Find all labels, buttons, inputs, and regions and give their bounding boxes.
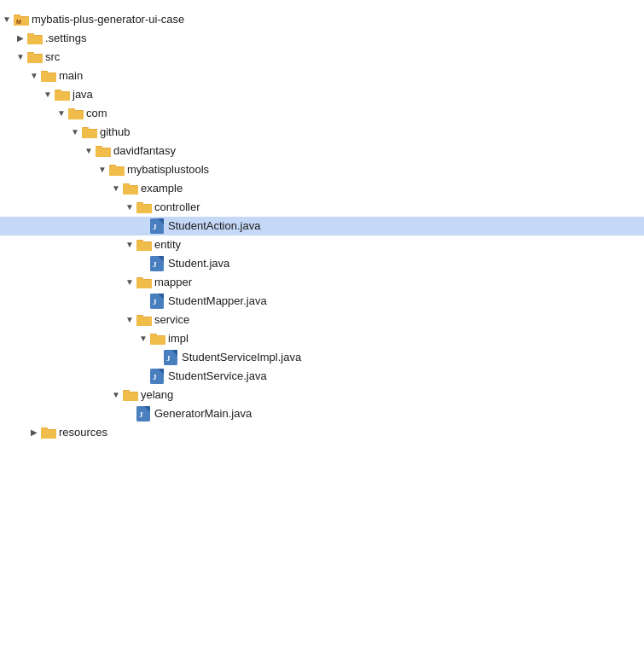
node-label: java	[73, 86, 93, 103]
folder-item[interactable]: entity	[0, 235, 644, 254]
svg-rect-36	[109, 166, 116, 169]
folder-icon	[136, 312, 152, 328]
expand-arrow[interactable]	[109, 387, 123, 404]
java-file-icon: J	[136, 406, 152, 422]
folder-icon	[136, 200, 152, 215]
tree-children: .settings src main java com github	[0, 29, 644, 442]
expand-arrow[interactable]	[82, 142, 96, 160]
folder-item[interactable]: M mybatis-plus-generator-ui-case	[0, 10, 644, 29]
expand-arrow[interactable]	[27, 424, 41, 441]
node-label: .settings	[45, 30, 86, 47]
file-item[interactable]: J StudentServiceImpl.java	[0, 348, 644, 367]
folder-item[interactable]: github	[0, 123, 644, 142]
java-file-icon: J	[150, 218, 165, 234]
expand-arrow[interactable]	[55, 105, 68, 122]
expand-arrow[interactable]	[123, 236, 136, 253]
folder-icon	[136, 275, 152, 290]
expand-arrow[interactable]	[123, 311, 136, 328]
java-file-icon: J	[150, 294, 164, 309]
svg-rect-68	[136, 316, 143, 319]
tree-node: example controller J StudentAction.java …	[0, 179, 644, 386]
folder-item[interactable]: example	[0, 179, 644, 198]
folder-icon	[109, 162, 125, 177]
node-label: impl	[168, 330, 189, 347]
tree-node: impl J StudentServiceImpl.java	[0, 329, 644, 367]
folder-item[interactable]: yelang	[0, 386, 644, 404]
tree-node: J GeneratorMain.java	[0, 404, 644, 423]
tree-children: J StudentMapper.java	[0, 292, 644, 311]
file-item[interactable]: J GeneratorMain.java	[0, 404, 644, 423]
folder-icon	[136, 237, 152, 253]
node-label: GeneratorMain.java	[154, 405, 252, 422]
expand-arrow[interactable]	[68, 124, 82, 141]
folder-item[interactable]: impl	[0, 329, 644, 348]
svg-text:J: J	[139, 410, 143, 419]
folder-item[interactable]: .settings	[0, 29, 644, 48]
tree-children: J GeneratorMain.java	[0, 404, 644, 423]
svg-text:J: J	[153, 298, 157, 306]
folder-item[interactable]: mapper	[0, 273, 644, 292]
svg-text:J: J	[153, 373, 157, 381]
svg-rect-32	[96, 147, 102, 150]
folder-icon	[41, 68, 56, 84]
expand-arrow[interactable]	[109, 180, 123, 197]
tree-node: .settings	[0, 29, 644, 48]
node-label: mybatisplustools	[127, 161, 209, 178]
svg-rect-40	[123, 184, 130, 188]
file-item[interactable]: J StudentAction.java	[0, 217, 644, 235]
tree-children: controller J StudentAction.java entity J…	[0, 198, 644, 386]
node-label: service	[154, 311, 189, 328]
tree-node: entity J Student.java	[0, 235, 644, 273]
svg-rect-16	[41, 72, 48, 75]
expand-arrow[interactable]	[136, 330, 150, 347]
folder-icon	[41, 425, 56, 440]
node-label: mapper	[154, 274, 192, 291]
tree-node: com github davidfantasy mybatisplustools…	[0, 104, 644, 423]
java-file-icon: J	[150, 218, 164, 234]
node-label: entity	[154, 236, 181, 253]
expand-arrow[interactable]	[0, 11, 14, 28]
folder-item[interactable]: com	[0, 104, 644, 123]
expand-arrow[interactable]	[123, 274, 136, 291]
java-file-icon: J	[150, 256, 165, 271]
folder-icon	[123, 387, 138, 403]
node-label: Student.java	[168, 255, 229, 272]
folder-icon	[27, 31, 43, 46]
tree-children: main java com github davidfantasy mybati	[0, 67, 644, 442]
project-icon: M	[14, 12, 29, 27]
tree-node: J StudentAction.java	[0, 217, 644, 235]
expand-arrow[interactable]	[123, 199, 136, 216]
folder-item[interactable]: java	[0, 85, 644, 104]
expand-arrow[interactable]	[96, 161, 109, 178]
file-item[interactable]: J StudentMapper.java	[0, 292, 644, 311]
expand-arrow[interactable]	[27, 67, 41, 84]
svg-text:M: M	[16, 19, 21, 25]
folder-item[interactable]: service	[0, 311, 644, 329]
folder-item[interactable]: mybatisplustools	[0, 160, 644, 179]
folder-item[interactable]: controller	[0, 198, 644, 217]
expand-arrow[interactable]	[41, 86, 55, 103]
file-item[interactable]: J Student.java	[0, 254, 644, 273]
node-label: resources	[59, 424, 107, 441]
folder-item[interactable]: resources	[0, 423, 644, 442]
folder-icon	[150, 331, 165, 346]
tree-children: mybatisplustools example controller J St…	[0, 160, 644, 423]
tree-node: service impl J StudentServiceImpl.java J…	[0, 311, 644, 386]
node-label: com	[86, 105, 107, 122]
file-item[interactable]: J StudentService.java	[0, 367, 644, 386]
java-file-icon: J	[164, 350, 179, 365]
node-label: src	[45, 49, 60, 66]
folder-item[interactable]: davidfantasy	[0, 142, 644, 160]
folder-icon	[68, 106, 84, 121]
tree-node: resources	[0, 423, 644, 442]
folder-item[interactable]: src	[0, 48, 644, 67]
tree-node: mapper J StudentMapper.java	[0, 273, 644, 311]
expand-arrow[interactable]	[14, 49, 27, 66]
folder-icon	[55, 87, 70, 102]
svg-rect-28	[82, 128, 89, 131]
folder-item[interactable]: main	[0, 67, 644, 85]
file-tree: M mybatis-plus-generator-ui-case .settin…	[0, 7, 644, 445]
expand-arrow[interactable]	[14, 30, 27, 47]
svg-text:J: J	[153, 223, 157, 231]
tree-children: com github davidfantasy mybatisplustools…	[0, 104, 644, 423]
